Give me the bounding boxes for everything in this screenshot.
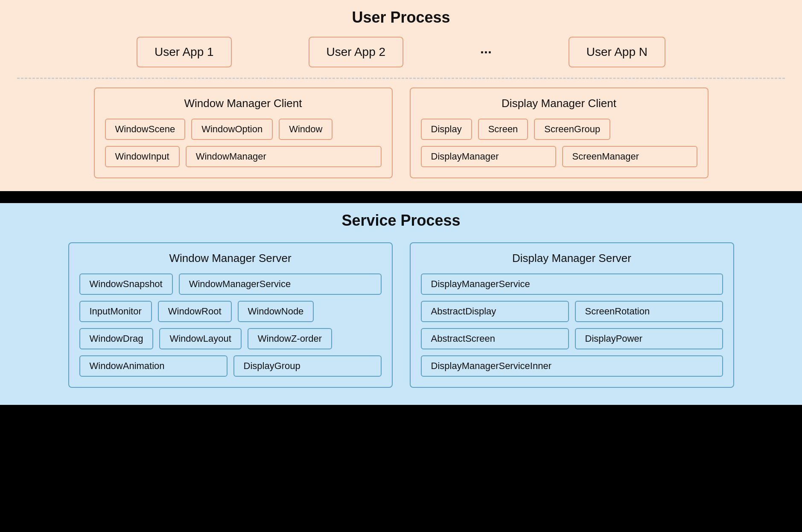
wmc-row-1: WindowScene WindowOption Window [105, 119, 382, 140]
wms-window-zorder: WindowZ-order [248, 328, 332, 349]
servers-row: Window Manager Server WindowSnapshot Win… [17, 242, 785, 388]
dms-grid: DisplayManagerService AbstractDisplay Sc… [421, 273, 723, 377]
dms-display-power: DisplayPower [575, 328, 723, 349]
wmc-window-option: WindowOption [191, 119, 273, 140]
display-manager-client-box: Display Manager Client Display Screen Sc… [410, 87, 709, 178]
dmc-grid: Display Screen ScreenGroup DisplayManage… [421, 119, 697, 167]
black-separator [0, 191, 802, 203]
dmc-screen-group: ScreenGroup [534, 119, 610, 140]
wms-input-monitor: InputMonitor [79, 301, 152, 322]
user-app-2: User App 2 [309, 37, 404, 67]
dms-row-4: DisplayManagerServiceInner [421, 355, 723, 377]
dmc-display: Display [421, 119, 472, 140]
wms-title: Window Manager Server [79, 252, 382, 265]
wmc-title: Window Manager Client [105, 97, 382, 110]
wmc-window-input: WindowInput [105, 146, 180, 167]
dms-abstract-display: AbstractDisplay [421, 301, 569, 322]
dmc-screen-manager: ScreenManager [562, 146, 697, 167]
wms-row-1: WindowSnapshot WindowManagerService [79, 273, 382, 295]
wms-window-drag: WindowDrag [79, 328, 154, 349]
user-process-section: User Process User App 1 User App 2 ··· U… [0, 0, 802, 191]
user-apps-row: User App 1 User App 2 ··· User App N [17, 37, 785, 67]
dms-abstract-screen: AbstractScreen [421, 328, 569, 349]
clients-row: Window Manager Client WindowScene Window… [17, 87, 785, 178]
wms-display-group: DisplayGroup [233, 355, 382, 377]
dms-row-3: AbstractScreen DisplayPower [421, 328, 723, 349]
dms-row-1: DisplayManagerService [421, 273, 723, 295]
dms-display-manager-service-inner: DisplayManagerServiceInner [421, 355, 723, 377]
wms-window-manager-service: WindowManagerService [179, 273, 382, 295]
service-process-section: Service Process Window Manager Server Wi… [0, 203, 802, 405]
wmc-row-2: WindowInput WindowManager [105, 146, 382, 167]
wms-window-snapshot: WindowSnapshot [79, 273, 173, 295]
dmc-row-1: Display Screen ScreenGroup [421, 119, 697, 140]
dmc-screen: Screen [478, 119, 528, 140]
wms-window-root: WindowRoot [158, 301, 232, 322]
dms-display-manager-service: DisplayManagerService [421, 273, 723, 295]
wms-row-2: InputMonitor WindowRoot WindowNode [79, 301, 382, 322]
dms-screen-rotation: ScreenRotation [575, 301, 723, 322]
wms-window-layout: WindowLayout [159, 328, 241, 349]
dms-title: Display Manager Server [421, 252, 723, 265]
dmc-row-2: DisplayManager ScreenManager [421, 146, 697, 167]
user-app-1: User App 1 [137, 37, 232, 67]
dmc-display-manager: DisplayManager [421, 146, 556, 167]
service-process-title: Service Process [17, 212, 785, 230]
wms-row-4: WindowAnimation DisplayGroup [79, 355, 382, 377]
user-app-dots: ··· [480, 44, 492, 60]
wms-row-3: WindowDrag WindowLayout WindowZ-order [79, 328, 382, 349]
wms-grid: WindowSnapshot WindowManagerService Inpu… [79, 273, 382, 377]
display-manager-server-box: Display Manager Server DisplayManagerSer… [410, 242, 734, 388]
wms-window-animation: WindowAnimation [79, 355, 227, 377]
wmc-window-manager: WindowManager [186, 146, 382, 167]
dms-row-2: AbstractDisplay ScreenRotation [421, 301, 723, 322]
window-manager-server-box: Window Manager Server WindowSnapshot Win… [68, 242, 393, 388]
wmc-window-scene: WindowScene [105, 119, 186, 140]
dashed-divider [17, 78, 785, 79]
wmc-window: Window [279, 119, 332, 140]
wms-window-node: WindowNode [238, 301, 314, 322]
window-manager-client-box: Window Manager Client WindowScene Window… [94, 87, 393, 178]
user-app-n: User App N [569, 37, 665, 67]
wmc-grid: WindowScene WindowOption Window WindowIn… [105, 119, 382, 167]
dmc-title: Display Manager Client [421, 97, 697, 110]
user-process-title: User Process [17, 9, 785, 26]
